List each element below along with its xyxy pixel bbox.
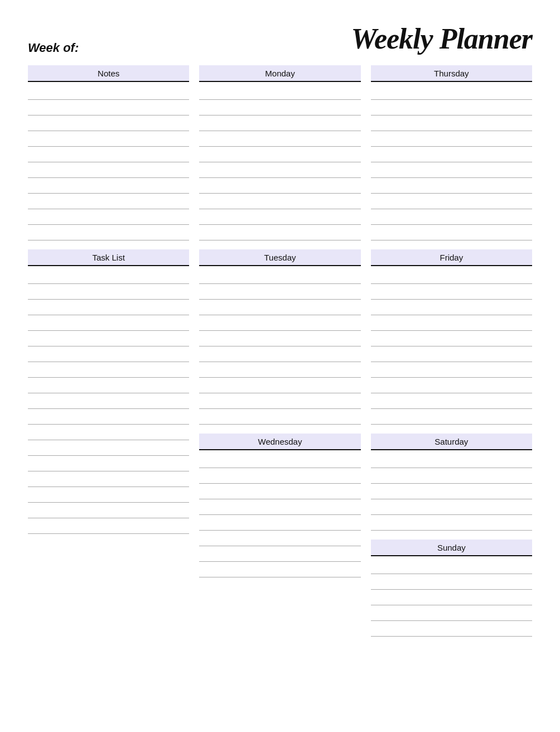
write-line[interactable] <box>371 268 532 284</box>
monday-lines <box>199 82 360 240</box>
write-line[interactable] <box>199 378 360 393</box>
write-line[interactable] <box>371 300 532 315</box>
write-line[interactable] <box>371 194 532 209</box>
write-line[interactable] <box>371 115 532 131</box>
write-line[interactable] <box>371 346 532 362</box>
write-line[interactable] <box>28 315 189 331</box>
wednesday-header: Wednesday <box>199 434 360 450</box>
write-line[interactable] <box>28 84 189 100</box>
write-line[interactable] <box>28 393 189 409</box>
write-line[interactable] <box>199 194 360 209</box>
write-line[interactable] <box>28 162 189 178</box>
write-line[interactable] <box>199 178 360 194</box>
write-line[interactable] <box>371 84 532 100</box>
write-line[interactable] <box>199 331 360 346</box>
write-line[interactable] <box>371 178 532 194</box>
write-line[interactable] <box>371 484 532 499</box>
write-line[interactable] <box>371 362 532 378</box>
write-line[interactable] <box>28 209 189 225</box>
write-line[interactable] <box>371 621 532 637</box>
write-line[interactable] <box>199 515 360 531</box>
write-line[interactable] <box>371 605 532 621</box>
sunday-header: Sunday <box>371 540 532 556</box>
write-line[interactable] <box>371 315 532 331</box>
write-line[interactable] <box>371 590 532 605</box>
sunday-section: Sunday <box>371 540 532 637</box>
write-line[interactable] <box>199 468 360 484</box>
write-line[interactable] <box>28 346 189 362</box>
write-line[interactable] <box>28 147 189 162</box>
write-line[interactable] <box>28 331 189 346</box>
write-line[interactable] <box>371 515 532 531</box>
write-line[interactable] <box>28 100 189 115</box>
write-line[interactable] <box>371 225 532 240</box>
write-line[interactable] <box>371 558 532 574</box>
write-line[interactable] <box>28 268 189 284</box>
write-line[interactable] <box>371 499 532 515</box>
write-line[interactable] <box>371 574 532 590</box>
write-line[interactable] <box>28 409 189 425</box>
write-line[interactable] <box>28 487 189 503</box>
write-line[interactable] <box>199 546 360 562</box>
write-line[interactable] <box>28 178 189 194</box>
write-line[interactable] <box>371 162 532 178</box>
thursday-lines <box>371 82 532 240</box>
write-line[interactable] <box>371 409 532 425</box>
write-line[interactable] <box>371 284 532 300</box>
tuesday-lines <box>199 266 360 425</box>
write-line[interactable] <box>28 284 189 300</box>
write-line[interactable] <box>28 425 189 440</box>
tuesday-section: Tuesday <box>199 249 360 425</box>
write-line[interactable] <box>199 162 360 178</box>
write-line[interactable] <box>199 499 360 515</box>
write-line[interactable] <box>199 268 360 284</box>
write-line[interactable] <box>371 378 532 393</box>
write-line[interactable] <box>199 115 360 131</box>
notes-header: Notes <box>28 65 189 82</box>
write-line[interactable] <box>371 147 532 162</box>
write-line[interactable] <box>28 300 189 315</box>
write-line[interactable] <box>371 452 532 468</box>
write-line[interactable] <box>371 393 532 409</box>
write-line[interactable] <box>28 225 189 240</box>
saturday-header: Saturday <box>371 434 532 450</box>
write-line[interactable] <box>199 131 360 147</box>
write-line[interactable] <box>28 131 189 147</box>
write-line[interactable] <box>28 440 189 456</box>
write-line[interactable] <box>199 409 360 425</box>
sunday-lines <box>371 556 532 637</box>
left-column: Notes Task List <box>28 65 189 534</box>
write-line[interactable] <box>199 209 360 225</box>
write-line[interactable] <box>28 518 189 534</box>
write-line[interactable] <box>199 452 360 468</box>
write-line[interactable] <box>371 468 532 484</box>
write-line[interactable] <box>199 100 360 115</box>
write-line[interactable] <box>28 471 189 487</box>
write-line[interactable] <box>28 456 189 471</box>
write-line[interactable] <box>28 362 189 378</box>
write-line[interactable] <box>28 194 189 209</box>
write-line[interactable] <box>199 393 360 409</box>
write-line[interactable] <box>199 562 360 577</box>
write-line[interactable] <box>28 115 189 131</box>
write-line[interactable] <box>371 209 532 225</box>
write-line[interactable] <box>199 484 360 499</box>
write-line[interactable] <box>371 131 532 147</box>
friday-header: Friday <box>371 249 532 266</box>
write-line[interactable] <box>199 147 360 162</box>
monday-section: Monday <box>199 65 360 240</box>
friday-lines <box>371 266 532 425</box>
write-line[interactable] <box>199 362 360 378</box>
write-line[interactable] <box>199 284 360 300</box>
write-line[interactable] <box>199 315 360 331</box>
write-line[interactable] <box>28 378 189 393</box>
write-line[interactable] <box>199 300 360 315</box>
write-line[interactable] <box>28 503 189 518</box>
write-line[interactable] <box>371 331 532 346</box>
write-line[interactable] <box>199 225 360 240</box>
write-line[interactable] <box>199 346 360 362</box>
write-line[interactable] <box>371 100 532 115</box>
friday-section: Friday <box>371 249 532 425</box>
write-line[interactable] <box>199 84 360 100</box>
write-line[interactable] <box>199 531 360 546</box>
